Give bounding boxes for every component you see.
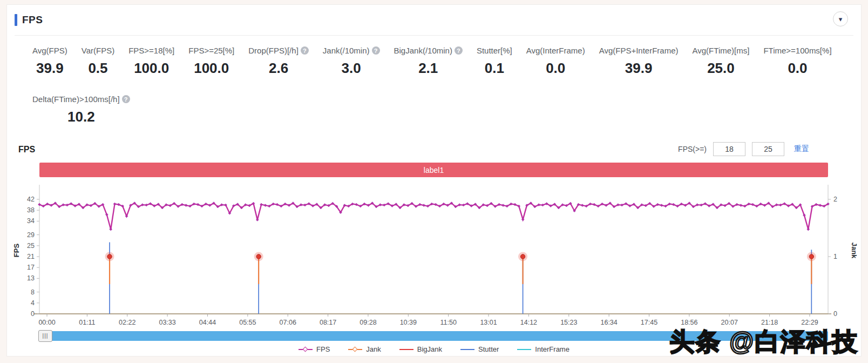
svg-text:21: 21 (27, 253, 35, 260)
svg-text:09:28: 09:28 (360, 319, 376, 326)
jank-series-icon (348, 346, 362, 353)
stat-label: BigJank(/10min) (394, 46, 452, 55)
chevron-down-icon: ▾ (839, 16, 843, 23)
stat-value: 0.1 (485, 60, 504, 77)
svg-text:Jank: Jank (850, 243, 858, 259)
stat-value: 3.0 (342, 60, 361, 77)
svg-text:25: 25 (27, 242, 35, 250)
stat-label: Stutter[%] (477, 46, 512, 55)
stat-value: 0.0 (546, 60, 565, 77)
panel-header: FPS (15, 11, 43, 29)
stat-avg-fps-interframe-: Avg(FPS+InterFrame)39.9 (592, 46, 686, 77)
stat-label: Avg(FTime)[ms] (693, 46, 750, 55)
legend-label: FPS (316, 345, 330, 353)
svg-text:16:34: 16:34 (600, 319, 617, 326)
grip-icon: ||| (43, 333, 49, 339)
svg-text:14:12: 14:12 (520, 319, 537, 326)
stat-stutter-: Stutter[%]0.1 (470, 46, 519, 77)
bigjank-series-icon (399, 346, 413, 353)
watermark: 头条 @白泽科技 (669, 325, 858, 359)
svg-text:01:11: 01:11 (79, 319, 95, 326)
stat-value: 0.0 (788, 60, 807, 77)
stutter-series-icon (460, 346, 474, 353)
svg-text:1: 1 (833, 253, 837, 260)
legend-label: BigJank (417, 345, 442, 353)
stat-label: Avg(InterFrame) (526, 46, 585, 55)
stat-value: 2.1 (418, 60, 438, 77)
stat-fps-18-: FPS>=18[%]100.0 (121, 46, 181, 77)
stat-avg-fps-: Avg(FPS)39.9 (25, 46, 74, 77)
stat-label: FTime>=100ms[%] (763, 46, 831, 55)
help-icon[interactable]: ? (122, 95, 130, 103)
svg-text:8: 8 (31, 288, 35, 296)
stats-row-1: Avg(FPS)39.9Var(FPS)0.5FPS>=18[%]100.0FP… (25, 46, 850, 77)
chart-controls: FPS FPS(>=) 重置 (7, 141, 861, 158)
stat-var-fps-: Var(FPS)0.5 (74, 46, 121, 77)
reset-link[interactable]: 重置 (794, 144, 809, 154)
svg-text:38: 38 (27, 206, 35, 214)
stat-ftime-100ms-: FTime>=100ms[%]0.0 (756, 46, 838, 77)
stat-label: Jank(/10min) (323, 46, 370, 55)
legend-item-bigjank[interactable]: BigJank (399, 345, 442, 353)
svg-text:10:39: 10:39 (400, 319, 417, 326)
help-icon[interactable]: ? (301, 46, 309, 55)
svg-text:04:44: 04:44 (199, 319, 216, 326)
stat-value: 100.0 (134, 60, 169, 77)
stat-value: 0.5 (88, 60, 107, 77)
stat-value: 10.2 (67, 109, 95, 125)
fps-threshold-label: FPS(>=) (678, 145, 707, 153)
stat-value: 39.9 (625, 60, 653, 77)
stat-bigjank-10min-: BigJank(/10min)?2.1 (387, 46, 470, 77)
help-icon[interactable]: ? (455, 46, 463, 55)
fps-chart[interactable]: 048131721252934384201200:0001:1102:2203:… (11, 182, 859, 328)
legend-label: InterFrame (535, 345, 569, 353)
region-label-banner: label1 (39, 163, 828, 177)
svg-text:07:06: 07:06 (280, 319, 296, 326)
legend-item-jank[interactable]: Jank (348, 345, 381, 353)
stat-value: 39.9 (36, 60, 64, 77)
svg-text:13: 13 (27, 274, 35, 282)
region-label: label1 (424, 166, 444, 174)
help-icon[interactable]: ? (372, 46, 380, 55)
svg-text:34: 34 (27, 217, 35, 225)
svg-text:08:17: 08:17 (320, 319, 336, 326)
legend-item-stutter[interactable]: Stutter (460, 345, 499, 353)
stats-row-2: Delta(FTime)>100ms[/h]?10.2 (25, 95, 850, 125)
svg-text:17:45: 17:45 (641, 319, 657, 326)
stat-fps-25-: FPS>=25[%]100.0 (181, 46, 241, 77)
stat-value: 25.0 (707, 60, 735, 77)
fps-threshold-input-2[interactable] (752, 142, 784, 156)
collapse-button[interactable]: ▾ (833, 11, 848, 26)
stat-label: Avg(FPS) (32, 46, 67, 55)
stat-jank-10min-: Jank(/10min)?3.0 (316, 46, 387, 77)
stat-label: Avg(FPS+InterFrame) (599, 46, 679, 55)
stat-label: Drop(FPS)[/h] (248, 46, 299, 55)
chart-section-title: FPS (18, 145, 35, 154)
legend-item-fps[interactable]: FPS (299, 345, 330, 353)
header-accent-bar (15, 14, 17, 26)
stat-value: 100.0 (194, 60, 229, 77)
header-divider (15, 35, 853, 36)
panel-title: FPS (22, 14, 43, 26)
stat-value: 2.6 (269, 60, 288, 77)
svg-text:00:00: 00:00 (38, 319, 55, 326)
svg-text:0: 0 (833, 310, 837, 318)
svg-text:17: 17 (27, 264, 35, 271)
svg-text:02:22: 02:22 (119, 319, 135, 326)
svg-text:03:33: 03:33 (159, 319, 175, 326)
svg-text:11:50: 11:50 (440, 319, 456, 326)
stat-drop-fps-h-: Drop(FPS)[/h]?2.6 (241, 46, 316, 77)
interframe-series-icon (517, 346, 531, 353)
fps-threshold-input-1[interactable] (713, 142, 745, 156)
svg-text:42: 42 (27, 196, 35, 203)
svg-text:FPS: FPS (12, 244, 21, 258)
legend-label: Stutter (478, 345, 499, 353)
legend-item-interframe[interactable]: InterFrame (517, 345, 569, 353)
stat-label: FPS>=18[%] (128, 46, 174, 55)
svg-text:2: 2 (833, 196, 837, 203)
svg-text:4: 4 (31, 299, 35, 307)
svg-text:0: 0 (31, 310, 35, 318)
stat-avg-ftime-ms-: Avg(FTime)[ms]25.0 (686, 46, 757, 77)
scrollbar-handle[interactable]: ||| (38, 330, 52, 342)
legend-label: Jank (366, 345, 381, 353)
